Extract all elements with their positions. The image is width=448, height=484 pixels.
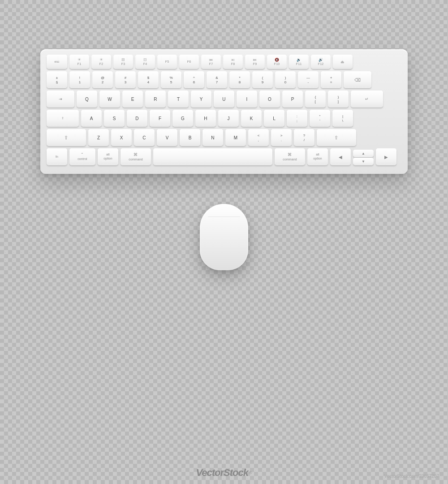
- key-f10[interactable]: 🔇F10: [267, 55, 287, 69]
- key-m[interactable]: M: [225, 129, 246, 146]
- key-delete[interactable]: ⌫: [344, 71, 371, 88]
- key-minus[interactable]: —-: [298, 71, 319, 88]
- key-r[interactable]: R: [145, 91, 166, 108]
- arrow-updown-cluster: ▲ ▼: [353, 150, 374, 165]
- key-x[interactable]: X: [111, 129, 132, 146]
- key-lshift[interactable]: ⇧: [47, 129, 86, 146]
- key-control[interactable]: ⌃control: [69, 148, 95, 165]
- key-l[interactable]: L: [264, 110, 284, 127]
- key-u[interactable]: U: [214, 91, 234, 108]
- key-fn[interactable]: fn: [47, 148, 67, 165]
- key-f1[interactable]: ☀F1: [69, 55, 89, 69]
- key-f5[interactable]: F5: [157, 55, 177, 69]
- mouse-divider: [208, 216, 240, 217]
- key-7[interactable]: &7: [207, 71, 227, 88]
- key-f9[interactable]: ⏭F9: [245, 55, 265, 69]
- key-f11[interactable]: 🔉F11: [289, 55, 309, 69]
- key-1[interactable]: !1: [69, 71, 90, 88]
- key-semicolon[interactable]: :;: [287, 110, 307, 127]
- key-q[interactable]: Q: [77, 91, 97, 108]
- key-ralt[interactable]: altoption: [307, 148, 328, 165]
- key-comma[interactable]: <,: [248, 129, 269, 146]
- key-i[interactable]: I: [237, 91, 257, 108]
- key-f12[interactable]: 🔊F12: [311, 55, 331, 69]
- key-6[interactable]: ^6: [184, 71, 204, 88]
- key-f6[interactable]: F6: [179, 55, 199, 69]
- key-8[interactable]: *8: [229, 71, 250, 88]
- key-return[interactable]: ↵: [351, 91, 383, 108]
- key-quote[interactable]: "': [310, 110, 330, 127]
- key-o[interactable]: O: [259, 91, 280, 108]
- key-lcmd[interactable]: ⌘command: [121, 148, 151, 165]
- zxcv-row: ⇧ Z X C V B N M <, >. ?/ ⇧: [47, 129, 401, 146]
- key-eject[interactable]: ⏏: [333, 55, 353, 69]
- key-g[interactable]: G: [172, 110, 193, 127]
- mouse[interactable]: [199, 201, 249, 270]
- key-slash[interactable]: ?/: [294, 129, 314, 146]
- key-4[interactable]: $4: [138, 71, 159, 88]
- key-left[interactable]: ◀: [330, 148, 351, 165]
- key-v[interactable]: V: [157, 129, 177, 146]
- key-y[interactable]: Y: [191, 91, 211, 108]
- key-esc[interactable]: esc: [47, 55, 67, 69]
- key-k[interactable]: K: [241, 110, 262, 127]
- key-backslash[interactable]: |\: [332, 110, 353, 127]
- key-f2[interactable]: ☀F2: [91, 55, 111, 69]
- key-down[interactable]: ▼: [353, 158, 374, 165]
- key-w[interactable]: W: [99, 91, 120, 108]
- watermark-url: VectorStock.com/23657207: [384, 474, 439, 479]
- key-lalt[interactable]: altoption: [98, 148, 118, 165]
- key-lbracket[interactable]: {[: [305, 91, 326, 108]
- key-tab[interactable]: ⇥: [47, 91, 74, 108]
- key-right[interactable]: ▶: [376, 148, 396, 165]
- bottom-row: fn ⌃control altoption ⌘command ⌘command …: [47, 148, 401, 165]
- key-c[interactable]: C: [134, 129, 155, 146]
- key-space[interactable]: [153, 148, 272, 165]
- watermark-logo: VectorStock: [196, 467, 248, 479]
- key-n[interactable]: N: [202, 129, 223, 146]
- key-0[interactable]: )0: [275, 71, 296, 88]
- key-f7[interactable]: ⏮F7: [201, 55, 221, 69]
- key-f3[interactable]: ⊞F3: [113, 55, 133, 69]
- key-p[interactable]: P: [282, 91, 303, 108]
- key-up[interactable]: ▲: [353, 150, 374, 157]
- key-t[interactable]: T: [168, 91, 189, 108]
- key-equals[interactable]: +=: [321, 71, 341, 88]
- scene: esc ☀F1 ☀F2 ⊞F3 ⊟F4 F5 F6 ⏮F7 ⏯F8 ⏭F9 🔇F…: [0, 0, 448, 484]
- key-3[interactable]: #3: [115, 71, 136, 88]
- key-rshift[interactable]: ⇧: [317, 129, 356, 146]
- key-d[interactable]: D: [127, 110, 147, 127]
- key-f4[interactable]: ⊟F4: [135, 55, 155, 69]
- key-rcmd[interactable]: ⌘command: [275, 148, 305, 165]
- mouse-body: [200, 204, 248, 270]
- number-row: ±§ !1 @2 #3 $4 %5 ^6 &7 *8 (9 )0 —- += ⌫: [47, 71, 401, 88]
- key-9[interactable]: (9: [252, 71, 273, 88]
- asdf-row: ⇪ A S D F G H J K L :; "' |\: [47, 110, 401, 127]
- key-backtick[interactable]: ±§: [47, 71, 67, 88]
- keyboard: esc ☀F1 ☀F2 ⊞F3 ⊟F4 F5 F6 ⏮F7 ⏯F8 ⏭F9 🔇F…: [40, 49, 408, 174]
- key-s[interactable]: S: [104, 110, 125, 127]
- watermark-registered: ®: [249, 471, 252, 475]
- qwerty-row: ⇥ Q W E R T Y U I O P {[ }] ↵: [47, 91, 401, 108]
- key-z[interactable]: Z: [88, 129, 109, 146]
- mouse-container: [199, 201, 249, 270]
- key-j[interactable]: J: [218, 110, 239, 127]
- key-a[interactable]: A: [81, 110, 102, 127]
- key-b[interactable]: B: [180, 129, 200, 146]
- function-row: esc ☀F1 ☀F2 ⊞F3 ⊟F4 F5 F6 ⏮F7 ⏯F8 ⏭F9 🔇F…: [47, 55, 401, 69]
- key-2[interactable]: @2: [92, 71, 113, 88]
- key-rbracket[interactable]: }]: [328, 91, 349, 108]
- key-f[interactable]: F: [150, 110, 170, 127]
- key-5[interactable]: %5: [161, 71, 181, 88]
- watermark: VectorStock ®: [196, 467, 252, 479]
- key-capslock[interactable]: ⇪: [47, 110, 79, 127]
- key-f8[interactable]: ⏯F8: [223, 55, 243, 69]
- key-period[interactable]: >.: [271, 129, 292, 146]
- key-h[interactable]: H: [195, 110, 216, 127]
- key-e[interactable]: E: [122, 91, 143, 108]
